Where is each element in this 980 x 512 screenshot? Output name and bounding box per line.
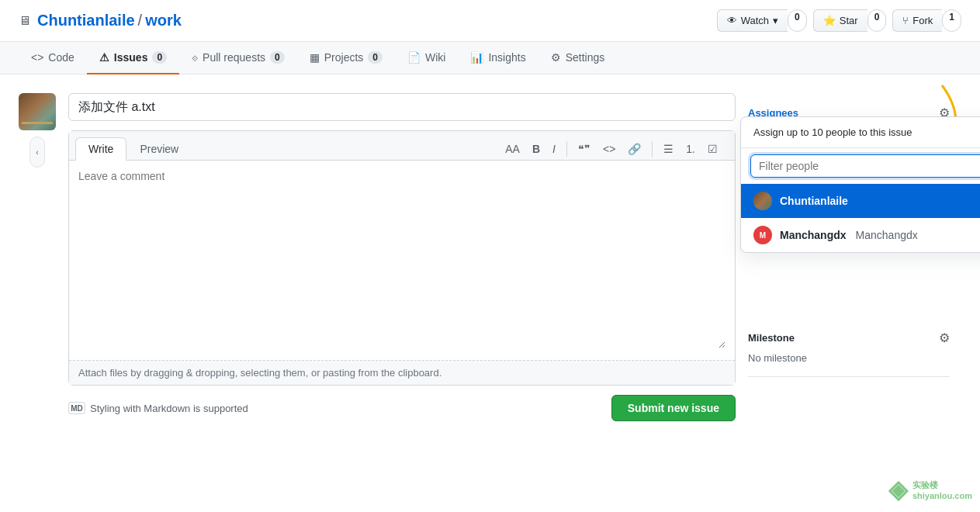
attach-text: Attach files by dragging & dropping, sel… [78, 367, 442, 379]
chuntianlaile-avatar [753, 192, 772, 210]
assignee-item-chuntianlaile[interactable]: Chuntianlaile [741, 184, 980, 218]
milestone-section: Milestone ⚙ No milestone [748, 318, 950, 377]
preview-tab[interactable]: Preview [126, 137, 192, 161]
issue-form: Write Preview AA B I ❝❞ <> 🔗 ☰ 1. ☑ [68, 93, 736, 421]
fork-group: ⑂ Fork 1 [892, 9, 961, 32]
code-icon: <> [31, 51, 43, 64]
fork-button[interactable]: ⑂ Fork [892, 9, 942, 32]
assignees-section: Assignees ⚙ Assign up to 10 people to th… [748, 93, 950, 140]
tab-code-label: Code [48, 51, 74, 64]
toolbar-bold-btn[interactable]: B [528, 140, 545, 158]
toolbar-code-btn[interactable]: <> [598, 140, 620, 158]
toolbar-link-btn[interactable]: 🔗 [623, 140, 646, 158]
tab-pull-requests[interactable]: ⟐ Pull requests 0 [179, 42, 297, 74]
editor-container: Write Preview AA B I ❝❞ <> 🔗 ☰ 1. ☑ [68, 130, 736, 386]
tab-wiki[interactable]: 📄 Wiki [395, 42, 458, 74]
watermark-line2: shiyanlou.com [912, 491, 972, 500]
fork-label: Fork [912, 15, 933, 26]
header: 🖥 Chuntianlaile / work 👁 Watch ▾ 0 ⭐ Sta… [0, 0, 980, 42]
watch-label: Watch [741, 15, 769, 26]
tab-projects[interactable]: ▦ Projects 0 [297, 42, 395, 74]
watermark-text: 实验楼 shiyanlou.com [912, 479, 972, 500]
markdown-note: MD Styling with Markdown is supported [68, 402, 248, 414]
tab-pr-label: Pull requests [203, 51, 265, 64]
milestone-header: Milestone ⚙ [748, 330, 950, 345]
markdown-text: Styling with Markdown is supported [90, 403, 248, 414]
star-count: 0 [867, 9, 887, 32]
milestone-gear-icon[interactable]: ⚙ [939, 330, 950, 345]
insights-icon: 📊 [470, 51, 483, 64]
nav-tabs: <> Code ⚠ Issues 0 ⟐ Pull requests 0 ▦ P… [0, 42, 980, 74]
write-tab[interactable]: Write [75, 137, 126, 161]
star-group: ⭐ Star 0 [813, 9, 887, 32]
tab-issues-label: Issues [114, 51, 148, 64]
toolbar-task-list-btn[interactable]: ☑ [703, 140, 722, 158]
issues-count: 0 [152, 51, 167, 64]
watermark-logo-icon: ◈ [888, 475, 908, 504]
tab-issues[interactable]: ⚠ Issues 0 [87, 42, 179, 74]
assignee-dropdown: Assign up to 10 people to this issue Chu… [740, 116, 980, 253]
submit-issue-button[interactable]: Submit new issue [611, 395, 736, 421]
tab-insights-label: Insights [488, 51, 525, 64]
comment-textarea[interactable] [78, 170, 725, 348]
assignee-item-manchangdx[interactable]: M Manchangdx Manchangdx [741, 218, 980, 252]
toolbar-divider-1 [566, 141, 567, 157]
tab-code[interactable]: <> Code [19, 42, 87, 74]
star-button[interactable]: ⭐ Star [813, 9, 867, 32]
sidebar: Assignees ⚙ Assign up to 10 people to th… [748, 93, 950, 421]
watch-button[interactable]: 👁 Watch ▾ [717, 9, 788, 32]
projects-count: 0 [368, 51, 383, 64]
dropdown-list: Chuntianlaile M Manchangdx Manchangdx [741, 184, 980, 252]
dropdown-search [741, 148, 980, 184]
toolbar-unordered-list-btn[interactable]: ☰ [659, 140, 678, 158]
manchangdx-displayname: Manchangdx [856, 229, 918, 241]
editor-body [69, 161, 735, 360]
tab-settings-label: Settings [566, 51, 605, 64]
eye-icon: 👁 [727, 15, 737, 26]
settings-icon: ⚙ [551, 51, 561, 64]
editor-tabs: Write Preview AA B I ❝❞ <> 🔗 ☰ 1. ☑ [69, 131, 735, 161]
star-label: Star [840, 15, 858, 26]
issue-title-input[interactable] [68, 93, 736, 121]
milestone-empty: No milestone [748, 352, 807, 364]
watermark-line1: 实验楼 [912, 479, 972, 491]
toolbar-quote-btn[interactable]: ❝❞ [573, 140, 595, 158]
pr-count: 0 [270, 51, 285, 64]
toolbar-heading-btn[interactable]: AA [500, 140, 525, 158]
form-actions: MD Styling with Markdown is supported Su… [68, 395, 736, 421]
tab-insights[interactable]: 📊 Insights [458, 42, 538, 74]
user-avatar [19, 93, 56, 130]
chuntianlaile-username: Chuntianlaile [780, 195, 848, 207]
markdown-icon: MD [68, 402, 85, 414]
tab-projects-label: Projects [324, 51, 364, 64]
repo-link[interactable]: work [145, 12, 182, 29]
watermark: ◈ 实验楼 shiyanlou.com [888, 475, 972, 504]
wiki-icon: 📄 [407, 51, 421, 64]
watch-count: 0 [788, 9, 807, 32]
star-icon: ⭐ [823, 15, 836, 26]
attach-footer: Attach files by dragging & dropping, sel… [69, 360, 735, 385]
editor-tab-group: Write Preview [75, 137, 192, 160]
toolbar-ordered-list-btn[interactable]: 1. [681, 140, 700, 158]
tab-wiki-label: Wiki [425, 51, 445, 64]
dropdown-header: Assign up to 10 people to this issue [741, 117, 980, 148]
manchangdx-avatar: M [753, 226, 772, 244]
issues-icon: ⚠ [99, 51, 109, 64]
owner-link[interactable]: Chuntianlaile [37, 12, 135, 29]
manchangdx-username: Manchangdx [780, 229, 847, 241]
fork-count: 1 [942, 9, 961, 32]
filter-people-input[interactable] [750, 154, 980, 178]
toolbar-divider-2 [652, 141, 653, 157]
pr-icon: ⟐ [192, 51, 198, 64]
tab-settings[interactable]: ⚙ Settings [538, 42, 618, 74]
main-content: ‹ Write Preview AA B I ❝❞ <> 🔗 ☰ [0, 74, 980, 440]
toolbar-italic-btn[interactable]: I [548, 140, 560, 158]
watch-chevron-icon: ▾ [773, 15, 778, 26]
collapse-button[interactable]: ‹ [29, 137, 45, 168]
repo-title: 🖥 Chuntianlaile / work [19, 12, 182, 29]
repo-icon: 🖥 [19, 14, 31, 28]
projects-icon: ▦ [310, 51, 320, 64]
avatar-column: ‹ [19, 93, 56, 421]
fork-icon: ⑂ [902, 15, 909, 26]
separator: / [138, 12, 143, 29]
